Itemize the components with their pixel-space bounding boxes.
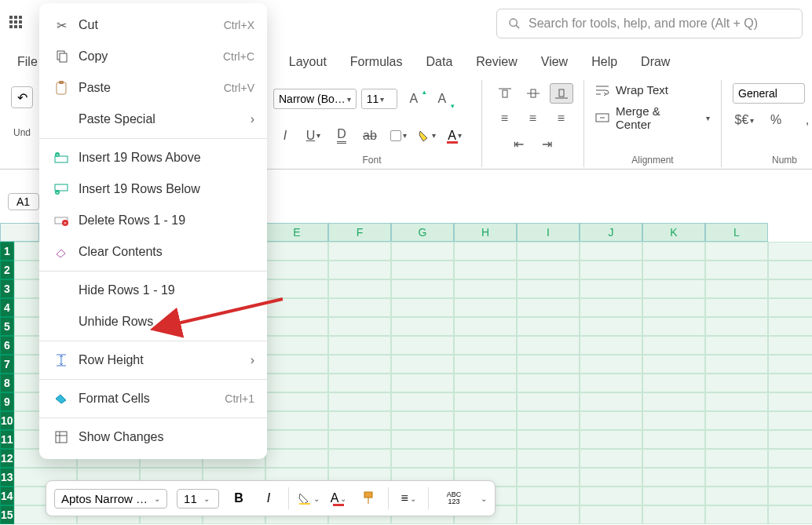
row-header[interactable]: 10: [0, 411, 14, 430]
cell[interactable]: [768, 449, 812, 468]
cell[interactable]: [517, 392, 580, 411]
cell[interactable]: [580, 242, 642, 261]
cell[interactable]: [580, 279, 642, 298]
cell[interactable]: [454, 336, 517, 355]
ctx-insert-below[interactable]: + Insert 19 Rows Below: [39, 173, 267, 205]
cell[interactable]: [265, 430, 328, 449]
strikethrough-button[interactable]: ab: [358, 126, 382, 146]
cell[interactable]: [580, 317, 642, 336]
cell[interactable]: [768, 355, 812, 374]
merge-center-button[interactable]: Merge & Center▾: [595, 104, 710, 131]
row-header[interactable]: 11: [0, 430, 14, 449]
cell[interactable]: [328, 336, 391, 355]
cell[interactable]: [454, 298, 517, 317]
name-box[interactable]: A1: [8, 193, 39, 210]
ctx-format-cells[interactable]: Format Cells Ctrl+1: [39, 383, 267, 414]
cell[interactable]: [642, 392, 705, 411]
cell[interactable]: [705, 355, 768, 374]
cell[interactable]: [768, 242, 812, 261]
tab-draw[interactable]: Draw: [641, 55, 670, 69]
cell[interactable]: [454, 317, 517, 336]
cell[interactable]: [454, 374, 517, 392]
row-header[interactable]: 2: [0, 261, 14, 279]
tab-formulas[interactable]: Formulas: [350, 55, 403, 69]
row-header[interactable]: 5: [0, 317, 14, 336]
col-header[interactable]: I: [517, 223, 580, 242]
col-header[interactable]: J: [580, 223, 642, 242]
font-name-select[interactable]: Narrow (Bo…▾: [273, 89, 357, 109]
mini-italic-button[interactable]: I: [258, 487, 279, 509]
row-header[interactable]: 8: [0, 374, 14, 392]
cell[interactable]: [705, 298, 768, 317]
undo-button[interactable]: ↶: [11, 86, 33, 108]
cell[interactable]: [768, 374, 812, 392]
cell[interactable]: [642, 468, 705, 487]
select-all-corner[interactable]: [0, 223, 39, 242]
cell[interactable]: [454, 430, 517, 449]
app-launcher-icon[interactable]: [9, 16, 25, 31]
cell[interactable]: [580, 411, 642, 430]
cell[interactable]: [328, 242, 391, 261]
align-bottom-button[interactable]: [550, 83, 573, 104]
cell[interactable]: [328, 317, 391, 336]
ctx-paste-special[interactable]: Paste Special ›: [39, 104, 267, 135]
cell[interactable]: [580, 355, 642, 374]
row-header[interactable]: 15: [0, 505, 14, 524]
cell[interactable]: [705, 336, 768, 355]
cell[interactable]: [705, 487, 768, 505]
col-header[interactable]: E: [265, 223, 328, 242]
ctx-hide-rows[interactable]: Hide Rows 1 - 19: [39, 275, 267, 306]
tab-layout[interactable]: Layout: [289, 55, 327, 69]
cell[interactable]: [580, 392, 642, 411]
cell[interactable]: [705, 449, 768, 468]
cell[interactable]: [265, 242, 328, 261]
cell[interactable]: [580, 430, 642, 449]
cell[interactable]: [328, 411, 391, 430]
cell[interactable]: [642, 317, 705, 336]
mini-fontcolor-button[interactable]: A⌄: [328, 487, 349, 509]
cell[interactable]: [391, 355, 454, 374]
italic-button[interactable]: I: [273, 126, 297, 146]
mini-format-painter-button[interactable]: [358, 487, 379, 509]
cell[interactable]: [705, 317, 768, 336]
cell[interactable]: [580, 487, 642, 505]
cell[interactable]: [517, 317, 580, 336]
cell[interactable]: [642, 430, 705, 449]
cell[interactable]: [768, 336, 812, 355]
cell[interactable]: [328, 449, 391, 468]
cell[interactable]: [454, 411, 517, 430]
row-header[interactable]: 12: [0, 449, 14, 468]
ctx-paste[interactable]: Paste Ctrl+V: [39, 72, 267, 104]
cell[interactable]: [517, 468, 580, 487]
tab-review[interactable]: Review: [476, 55, 517, 69]
cell[interactable]: [391, 298, 454, 317]
cell[interactable]: [705, 261, 768, 279]
cell[interactable]: [642, 298, 705, 317]
cell[interactable]: [642, 355, 705, 374]
cell[interactable]: [642, 505, 705, 524]
cell[interactable]: [580, 298, 642, 317]
cell[interactable]: [391, 374, 454, 392]
cell[interactable]: [517, 261, 580, 279]
tab-file[interactable]: File: [17, 55, 38, 69]
cell[interactable]: [391, 430, 454, 449]
cell[interactable]: [768, 298, 812, 317]
mini-fill-button[interactable]: ⌄: [298, 487, 319, 509]
cell[interactable]: [328, 279, 391, 298]
mini-numfmt-button[interactable]: ABC 123: [438, 487, 470, 509]
cell[interactable]: [454, 392, 517, 411]
cell[interactable]: [642, 336, 705, 355]
cell[interactable]: [265, 336, 328, 355]
comma-button[interactable]: ,: [796, 110, 812, 130]
ctx-row-height[interactable]: Row Height ›: [39, 345, 267, 376]
cell[interactable]: [768, 317, 812, 336]
cell[interactable]: [328, 298, 391, 317]
row-header[interactable]: 14: [0, 487, 14, 505]
cell[interactable]: [642, 374, 705, 392]
cell[interactable]: [517, 279, 580, 298]
cell[interactable]: [454, 242, 517, 261]
cell[interactable]: [517, 487, 580, 505]
cell[interactable]: [705, 279, 768, 298]
cell[interactable]: [768, 411, 812, 430]
cell[interactable]: [391, 279, 454, 298]
